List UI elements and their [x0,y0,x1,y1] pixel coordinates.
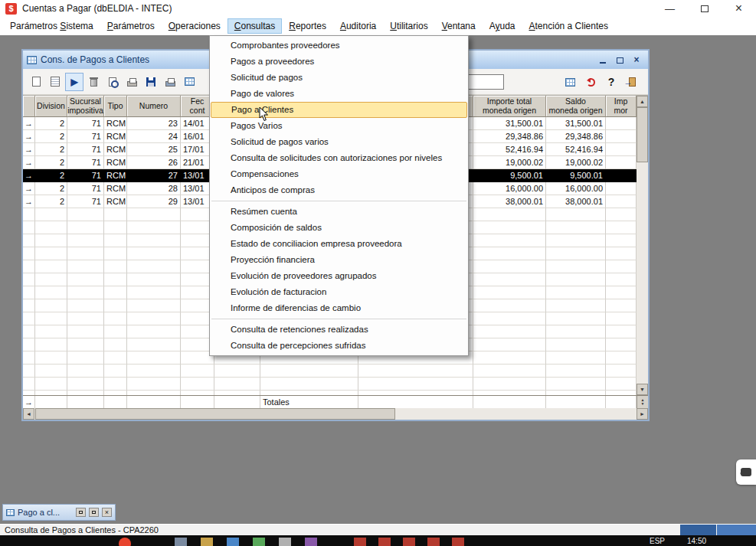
consultas-menu-item-14[interactable]: Proyección financiera [210,252,468,268]
consultas-menu-item-13[interactable]: Estado de conciliacion empresa proveedor… [210,236,468,252]
vertical-scrollbar[interactable]: ▲ ▼ [637,96,648,395]
taskbar-icon[interactable] [305,538,317,546]
horizontal-scrollbar[interactable]: ◄ ► [23,408,648,420]
taskbar-icon[interactable] [227,538,239,546]
taskbar-icon[interactable] [452,538,464,546]
menu-item-9[interactable]: Atención a Clientes [522,18,615,34]
consultas-menu-item-15[interactable]: Evolución de proveedores agrupados [210,268,468,284]
cell-importe [473,365,546,378]
cell-division [35,351,67,365]
column-header-imp2[interactable]: Imp mor [606,96,637,117]
toolbar-left-group: ▶ [27,73,199,91]
consultas-menu-item-19[interactable]: Consulta de retenciones realizadas [210,322,468,338]
edit-button[interactable] [46,73,64,91]
child-close-button[interactable]: × [631,54,642,65]
chat-widget[interactable] [736,459,756,485]
minimized-window[interactable]: Pago a cl... × [2,504,116,521]
column-header-sucursal[interactable]: Sucursal impositiva [67,96,104,117]
consultas-menu-item-7[interactable]: Consulta de solicitudes con autorizacion… [210,150,468,166]
scroll-left-button[interactable]: ◄ [23,408,34,420]
grid-button[interactable] [180,73,198,91]
horizontal-scrollbar-thumb[interactable] [35,408,395,420]
help-icon: ? [608,76,615,88]
menu-item-8[interactable]: Ayuda [483,18,522,34]
consultas-menu-item-20[interactable]: Consulta de percepciones sufridas [210,338,468,354]
taskbar-clock[interactable]: 14:50 [687,537,706,545]
taskbar-icon[interactable] [427,538,440,546]
menu-item-4[interactable]: Reportes [282,18,333,34]
mini-maximize-button[interactable] [89,508,99,517]
scroll-up-button[interactable]: ▲ [637,96,648,107]
maximize-button[interactable] [687,0,722,17]
column-header-division[interactable]: Division [35,96,67,117]
consultas-menu-item-16[interactable]: Evolución de facturacion [210,284,468,300]
cell-tipo [104,312,127,325]
taskbar-icon[interactable] [119,538,131,546]
save-button[interactable] [142,73,160,91]
cell-importe [473,312,546,325]
scroll-down-button[interactable]: ▼ [637,384,648,395]
column-header-indicator[interactable] [23,96,35,117]
refresh-button[interactable] [581,73,600,91]
totals-spinner[interactable]: ▲▼ [637,396,648,408]
cell-indicator [23,365,35,378]
menu-item-2[interactable]: Operaciones [162,18,227,34]
taskbar-language[interactable]: ESP [650,537,665,545]
vertical-scrollbar-thumb[interactable] [637,107,648,162]
menu-item-7[interactable]: Ventana [435,18,483,34]
menu-item-0[interactable]: Parámetros Sistema [3,18,100,34]
consultas-menu-item-17[interactable]: Informe de diferencias de cambio [210,300,468,316]
taskbar-icon[interactable] [279,538,291,546]
consultas-menu-item-2[interactable]: Solicitud de pagos [210,70,468,86]
grid-empty-row[interactable] [23,378,648,391]
menu-item-6[interactable]: Utilitarios [383,18,434,34]
scroll-right-button[interactable]: ► [637,408,648,420]
menu-item-5[interactable]: Auditoria [333,18,383,34]
grid-empty-row[interactable] [23,365,648,378]
new-button[interactable] [27,73,45,91]
child-minimize-button[interactable] [597,54,608,65]
consultas-menu-item-4[interactable]: Pago a Clientes [211,102,467,118]
taskbar-icon[interactable] [201,538,213,546]
consultas-menu-item-5[interactable]: Pagos Varios [210,118,468,134]
consultas-menu-item-0[interactable]: Comprobantes proveedores [210,38,468,54]
column-header-tipo[interactable]: Tipo [104,96,127,117]
taskbar-icon[interactable] [354,538,366,546]
mini-restore-button[interactable] [76,508,86,517]
delete-button[interactable] [84,73,103,91]
cell-importe: 9,500.01 [473,169,546,182]
preview-button[interactable] [103,73,122,91]
menu-item-3[interactable]: Consultas [227,18,282,34]
consultas-menu-item-1[interactable]: Pagos a proveedores [210,54,468,70]
taskbar-icon[interactable] [378,538,391,546]
column-header-numero[interactable]: Numero [127,96,181,117]
taskbar-icon[interactable] [253,538,265,546]
cell-indicator: → [23,195,35,208]
cell-sucursal [67,234,104,247]
child-restore-button[interactable] [614,54,625,65]
totals-grid-row[interactable]: →Totales [23,396,637,409]
cell-numero [127,234,181,247]
taskbar-icon[interactable] [175,538,187,546]
consultas-menu-item-12[interactable]: Composición de saldos [210,220,468,236]
column-header-saldo[interactable]: Saldo moneda origen [546,96,606,117]
column-header-importe[interactable]: Importe total moneda origen [473,96,546,117]
consultas-menu-item-9[interactable]: Anticipos de compras [210,182,468,198]
consultas-menu-item-3[interactable]: Pago de valores [210,86,468,102]
help-button[interactable]: ? [602,73,620,91]
mini-close-button[interactable]: × [102,508,112,517]
taskbar-icon[interactable] [403,538,415,546]
minimize-button[interactable]: — [653,0,687,17]
consultas-menu-item-8[interactable]: Compensaciones [210,166,468,182]
close-button[interactable]: × [722,0,756,17]
print-button[interactable] [123,73,141,91]
table-view-button[interactable] [561,73,579,91]
consultas-menu-item-6[interactable]: Solicitud de pagos varios [210,134,468,150]
cell-imp2 [606,130,637,143]
menu-item-1[interactable]: Parámetros [100,18,162,34]
cell-h3 [358,396,473,409]
consultas-menu-item-11[interactable]: Resúmen cuenta [210,204,468,220]
exit-button[interactable] [623,73,641,91]
run-button[interactable]: ▶ [65,73,83,91]
print-setup-button[interactable] [161,73,179,91]
